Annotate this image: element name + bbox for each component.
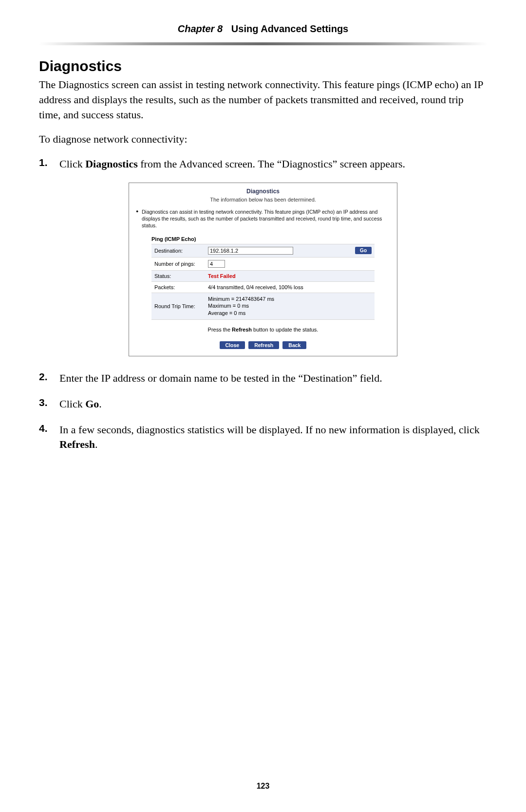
page-header: Chapter 8 Using Advanced Settings: [0, 0, 526, 39]
step-2: 2. Enter the IP address or domain name t…: [39, 371, 487, 386]
status-label: Status:: [151, 270, 205, 281]
step-number: 2.: [39, 371, 59, 383]
rtt-value: Minimum = 2147483647 ms Maximum = 0 ms A…: [205, 293, 375, 320]
refresh-button[interactable]: Refresh: [248, 341, 279, 349]
step-text: Click Diagnostics from the Advanced scre…: [59, 157, 405, 172]
step-number: 4.: [39, 423, 59, 434]
intro-paragraph: The Diagnostics screen can assist in tes…: [39, 77, 487, 122]
packets-label: Packets:: [151, 281, 205, 293]
go-button[interactable]: Go: [355, 247, 372, 254]
ping-header: Ping (ICMP Echo): [129, 233, 397, 244]
packets-value: 4/4 transmitted, 0/4 received, 100% loss: [205, 281, 375, 293]
lead-in: To diagnose network connectivity:: [39, 132, 487, 147]
back-button[interactable]: Back: [282, 341, 306, 349]
shot-bullet: Diagnostics can assist in testing networ…: [129, 208, 397, 233]
close-button[interactable]: Close: [220, 341, 245, 349]
shot-subtitle: The information below has been determine…: [129, 197, 397, 208]
step-text: In a few seconds, diagnostics statistics…: [59, 423, 487, 453]
button-row: Close Refresh Back: [129, 341, 397, 349]
step-4: 4. In a few seconds, diagnostics statist…: [39, 423, 487, 453]
chapter-title: Using Advanced Settings: [231, 23, 348, 34]
shot-title: Diagnostics: [129, 183, 397, 197]
destination-label: Destination:: [151, 244, 205, 257]
step-text: Click Go.: [59, 397, 102, 412]
step-3: 3. Click Go.: [39, 397, 487, 412]
pings-label: Number of pings:: [151, 257, 205, 270]
diagnostics-table: Destination: Go Number of pings: Status:…: [151, 244, 375, 320]
step-text: Enter the IP address or domain name to b…: [59, 371, 382, 386]
number-of-pings-input[interactable]: [208, 260, 225, 268]
refresh-note: Press the Refresh button to update the s…: [129, 320, 397, 341]
rtt-label: Round Trip Time:: [151, 293, 205, 320]
step-1: 1. Click Diagnostics from the Advanced s…: [39, 157, 487, 172]
chapter-label: Chapter 8: [178, 23, 223, 34]
step-number: 1.: [39, 157, 59, 168]
destination-input[interactable]: [208, 247, 293, 255]
step-number: 3.: [39, 397, 59, 408]
diagnostics-screenshot: Diagnostics The information below has be…: [129, 183, 397, 356]
status-value: Test Failed: [208, 273, 236, 279]
page-number: 123: [0, 782, 526, 791]
section-heading: Diagnostics: [39, 58, 487, 74]
